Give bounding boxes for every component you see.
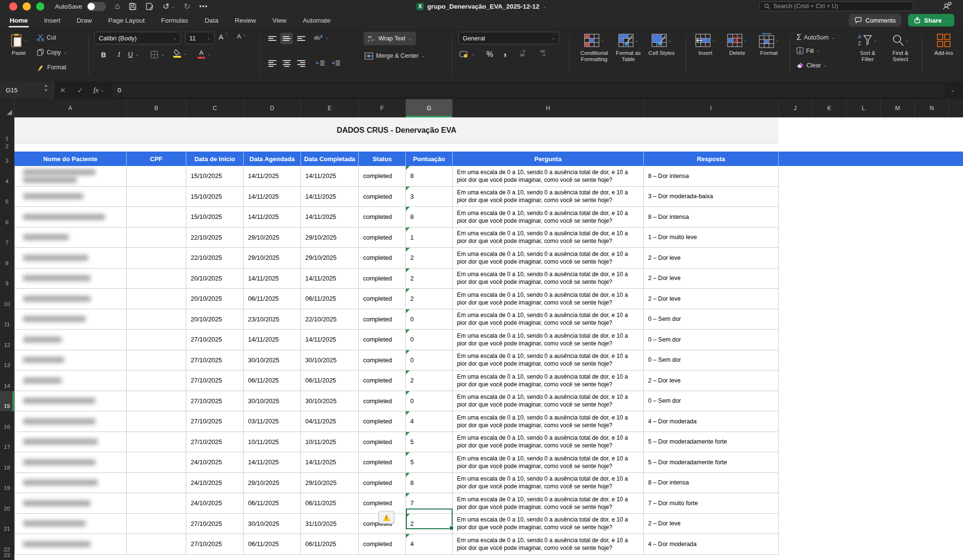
decrease-decimal-button[interactable]: .00→0 (539, 50, 545, 57)
align-bottom-button[interactable] (295, 33, 307, 44)
home-icon[interactable]: ⌂ (115, 1, 119, 11)
cpf-cell[interactable] (127, 289, 186, 309)
score-cell[interactable]: 2 (406, 268, 453, 289)
italic-button[interactable]: I (113, 49, 125, 61)
response-cell[interactable]: 2 – Dor leve (644, 248, 779, 268)
cpf-cell[interactable] (127, 268, 186, 289)
start-date-cell[interactable]: 27/10/2025 (186, 411, 244, 432)
scheduled-date-cell[interactable]: 14/11/2025 (244, 187, 301, 207)
response-cell[interactable]: 0 – Sem dor (644, 391, 779, 412)
column-header-B[interactable]: B (127, 99, 186, 117)
completed-date-cell[interactable]: 14/11/2025 (301, 166, 359, 187)
column-header-A[interactable]: A (14, 99, 127, 117)
start-date-cell[interactable]: 22/10/2025 (186, 228, 244, 248)
insert-cells-button[interactable]: ⌄ Insert (691, 31, 719, 56)
patient-name-cell[interactable] (14, 248, 127, 268)
response-cell[interactable]: 4 – Dor moderada (644, 411, 779, 432)
column-header-I[interactable]: I (644, 99, 779, 117)
response-cell[interactable]: 5 – Dor moderadamente forte (644, 452, 779, 473)
question-cell[interactable]: Em uma escala de 0 a 10, sendo 0 a ausên… (453, 289, 644, 309)
score-cell[interactable]: 4 (406, 534, 453, 555)
question-cell[interactable]: Em uma escala de 0 a 10, sendo 0 a ausên… (453, 514, 644, 535)
completed-date-cell[interactable]: 30/10/2025 (301, 391, 359, 412)
start-date-cell[interactable]: 27/10/2025 (186, 391, 244, 412)
formula-input[interactable]: 0 (112, 84, 945, 97)
question-cell[interactable]: Em uma escala de 0 a 10, sendo 0 a ausên… (453, 473, 644, 494)
row-header-16[interactable]: 16 (0, 411, 14, 432)
status-cell[interactable]: completed (359, 411, 406, 432)
undo-chevron-icon[interactable]: ⌄ (171, 4, 175, 9)
status-cell[interactable]: completed (359, 391, 406, 412)
header-cell-4[interactable]: Data Agendada (244, 152, 301, 166)
completed-date-cell[interactable]: 29/10/2025 (301, 473, 359, 494)
column-header-G[interactable]: G (406, 99, 453, 117)
scheduled-date-cell[interactable]: 06/11/2025 (244, 370, 301, 391)
decrease-indent-button[interactable] (314, 58, 326, 69)
fill-handle[interactable] (449, 526, 454, 530)
comments-button[interactable]: Comments (849, 14, 901, 26)
column-header-C[interactable]: C (186, 99, 244, 117)
underline-button[interactable]: U⌄ (128, 51, 139, 58)
save-as-icon[interactable] (145, 2, 154, 11)
status-cell[interactable]: completed (359, 473, 406, 494)
insert-function-button[interactable]: fx ⌄ (93, 82, 104, 99)
row-header-7[interactable]: 7 (0, 228, 14, 248)
font-size-select[interactable]: 11⌄ (185, 32, 215, 44)
status-cell[interactable]: completed (359, 166, 406, 187)
completed-date-cell[interactable]: 06/11/2025 (301, 493, 359, 514)
completed-date-cell[interactable]: 06/11/2025 (301, 370, 359, 391)
tab-data[interactable]: Data (204, 14, 220, 27)
question-cell[interactable]: Em uma escala de 0 a 10, sendo 0 a ausên… (453, 411, 644, 432)
start-date-cell[interactable]: 15/10/2025 (186, 187, 244, 207)
start-date-cell[interactable]: 20/10/2025 (186, 309, 244, 330)
borders-button[interactable]: ⌄ (150, 51, 165, 59)
cpf-cell[interactable] (127, 309, 186, 330)
status-cell[interactable]: completed (359, 187, 406, 207)
patient-name-cell[interactable] (14, 309, 127, 330)
start-date-cell[interactable]: 27/10/2025 (186, 330, 244, 350)
scheduled-date-cell[interactable]: 06/11/2025 (244, 493, 301, 514)
response-cell[interactable]: 0 – Sem dor (644, 350, 779, 371)
question-cell[interactable]: Em uma escala de 0 a 10, sendo 0 a ausên… (453, 187, 644, 207)
score-cell[interactable]: 4 (406, 411, 453, 432)
response-cell[interactable]: 8 – Dor intensa (644, 207, 779, 228)
scheduled-date-cell[interactable]: 29/10/2025 (244, 473, 301, 494)
status-cell[interactable]: completed (359, 350, 406, 371)
response-cell[interactable]: 2 – Dor leve (644, 370, 779, 391)
cpf-cell[interactable] (127, 391, 186, 412)
cpf-cell[interactable] (127, 493, 186, 514)
column-header-H[interactable]: H (453, 99, 644, 117)
response-cell[interactable]: 0 – Sem dor (644, 330, 779, 350)
response-cell[interactable]: 8 – Dor intensa (644, 166, 779, 187)
cpf-cell[interactable] (127, 411, 186, 432)
font-color-button[interactable]: A ⌄ (197, 49, 211, 59)
scheduled-date-cell[interactable]: 30/10/2025 (244, 514, 301, 535)
header-cell-7[interactable]: Pontuação (406, 152, 453, 166)
cpf-cell[interactable] (127, 473, 186, 494)
find-select-button[interactable]: ⌄ Find & Select (886, 31, 915, 63)
row-header-22[interactable]: 22 (0, 534, 14, 555)
enter-icon[interactable]: ✓ (77, 82, 83, 99)
row-header-12[interactable]: 12 (0, 330, 14, 350)
patient-name-cell[interactable] (14, 534, 127, 555)
column-header-E[interactable]: E (301, 99, 359, 117)
completed-date-cell[interactable]: 10/11/2025 (301, 432, 359, 453)
completed-date-cell[interactable]: 30/10/2025 (301, 350, 359, 371)
cpf-cell[interactable] (127, 166, 186, 187)
header-cell-5[interactable]: Data Completada (301, 152, 359, 166)
tab-draw[interactable]: Draw (76, 14, 93, 27)
row-header-1[interactable]: 1 (0, 117, 14, 144)
question-cell[interactable]: Em uma escala de 0 a 10, sendo 0 a ausên… (453, 432, 644, 453)
minimize-window-button[interactable] (23, 2, 31, 11)
more-commands-icon[interactable]: ••• (199, 2, 208, 10)
patient-name-cell[interactable] (14, 370, 127, 391)
patient-name-cell[interactable] (14, 432, 127, 453)
status-cell[interactable]: completed (359, 289, 406, 309)
redo-icon[interactable]: ↻ (183, 1, 190, 12)
scheduled-date-cell[interactable]: 14/11/2025 (244, 330, 301, 350)
start-date-cell[interactable]: 24/10/2025 (186, 452, 244, 473)
scheduled-date-cell[interactable]: 14/11/2025 (244, 268, 301, 289)
patient-name-cell[interactable] (14, 473, 127, 494)
patient-name-cell[interactable] (14, 228, 127, 248)
column-header-F[interactable]: F (359, 99, 406, 117)
